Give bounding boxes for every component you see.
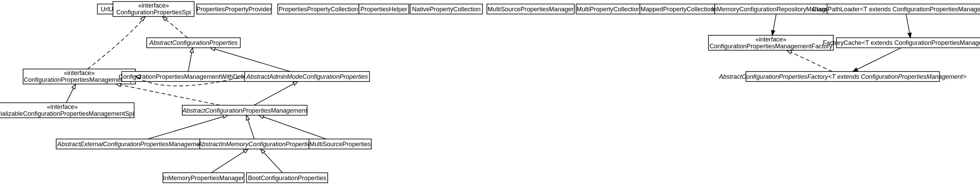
- stereotype: «interface»: [756, 36, 786, 43]
- class-mpc: MultiPropertyCollection: [576, 4, 641, 14]
- generalization-edge: [254, 81, 298, 105]
- class-ppp: PropertiesPropertyProvider: [196, 4, 272, 14]
- generalization-edge: [210, 48, 290, 71]
- class-mapc: MappedPropertyCollection: [640, 4, 714, 14]
- class-label: AbstractInMemoryConfigurationProperties: [197, 140, 314, 148]
- class-cpl: ClassPathLoader<T extends ConfigurationP…: [812, 4, 980, 14]
- class-label: AbstractConfigurationProperties: [149, 39, 237, 46]
- class-label: FactoryCache<T extends ConfigurationProp…: [822, 39, 980, 46]
- class-impm: InMemoryPropertiesManager: [163, 173, 244, 183]
- class-label: SerializableConfigurationPropertiesManag…: [0, 110, 134, 117]
- class-aamcp: AbstractAdminModeConfigurationProperties: [245, 72, 369, 81]
- generalization-arrowhead: [210, 48, 215, 51]
- class-label: NativePropertyCollection: [412, 5, 480, 13]
- class-fc: FactoryCache<T extends ConfigurationProp…: [822, 38, 980, 48]
- class-cpmf: «interface»ConfigurationPropertiesManage…: [708, 35, 833, 50]
- class-label: MultiPropertyCollection: [576, 5, 640, 13]
- class-npc: NativePropertyCollection: [410, 4, 483, 14]
- class-msp: MultiSourceProperties: [309, 139, 371, 149]
- generalization-arrowhead: [259, 115, 264, 118]
- class-label: ConfigurationPropertiesManagementSpi: [24, 76, 135, 83]
- stereotype: «interface»: [138, 2, 169, 9]
- stereotype: «interface»: [47, 103, 78, 110]
- class-label: AbstractExternalConfigurationPropertiesM…: [57, 140, 205, 148]
- class-label: ConfigurationPropertiesManagementFactory: [710, 43, 832, 49]
- class-bcp: BootConfigurationProperties: [247, 173, 328, 183]
- class-label: PropertiesHelper: [361, 5, 407, 13]
- generalization-arrowhead: [223, 115, 228, 118]
- dependency-arrowhead: [853, 68, 858, 72]
- class-ppc: PropertiesPropertyCollection: [278, 4, 359, 14]
- class-label: PropertiesPropertyCollection: [279, 5, 358, 13]
- class-label: PropertiesPropertyProvider: [196, 5, 272, 13]
- realization-edge: [88, 16, 145, 69]
- class-label: BootConfigurationProperties: [248, 174, 326, 182]
- class-label: MultiSourcePropertiesManager: [487, 5, 573, 13]
- generalization-arrowhead: [787, 50, 792, 54]
- generalization-edge: [212, 149, 248, 173]
- dependency-arrowhead: [908, 33, 911, 38]
- realization-edge: [116, 84, 220, 105]
- class-label: MappedPropertyCollection: [641, 5, 714, 13]
- class-scpms: «interface»SerializableConfigurationProp…: [0, 103, 134, 118]
- realization-edge: [787, 50, 832, 72]
- class-acpf: AbstractConfigurationPropertiesFactory<T…: [719, 72, 967, 81]
- class-label: InMemoryPropertiesManager: [163, 174, 244, 182]
- generalization-arrowhead: [246, 115, 249, 121]
- class-aimcp: AbstractInMemoryConfigurationProperties: [197, 139, 314, 149]
- class-label: AbstractConfigurationPropertiesManagemen…: [182, 107, 307, 114]
- class-acp: AbstractConfigurationProperties: [147, 38, 240, 48]
- generalization-edge: [853, 48, 901, 71]
- class-label: AbstractAdminModeConfigurationProperties: [246, 73, 368, 80]
- generalization-arrowhead: [243, 149, 248, 153]
- generalization-edge: [148, 115, 228, 139]
- class-label: ClassPathLoader<T extends ConfigurationP…: [812, 5, 980, 13]
- dependency-arrowhead: [772, 30, 775, 35]
- class-aecpm: AbstractExternalConfigurationPropertiesM…: [56, 139, 206, 149]
- generalization-arrowhead: [116, 83, 121, 87]
- generalization-arrowhead: [293, 81, 298, 85]
- class-label: ConfigurationPropertiesSpi: [116, 8, 191, 16]
- class-label: MultiSourceProperties: [310, 140, 371, 148]
- class-label: AbstractConfigurationPropertiesFactory<T…: [719, 73, 967, 80]
- generalization-arrowhead: [141, 16, 145, 21]
- class-cps: «interface»ConfigurationPropertiesSpi: [113, 2, 194, 16]
- generalization-edge: [259, 115, 326, 139]
- class-acpm: AbstractConfigurationPropertiesManagemen…: [182, 105, 307, 115]
- generalization-arrowhead: [72, 84, 76, 89]
- class-mspm: MultiSourcePropertiesManager: [487, 4, 574, 14]
- stereotype: «interface»: [64, 69, 95, 76]
- generalization-arrowhead: [190, 48, 194, 53]
- class-ph: PropertiesHelper: [359, 4, 409, 14]
